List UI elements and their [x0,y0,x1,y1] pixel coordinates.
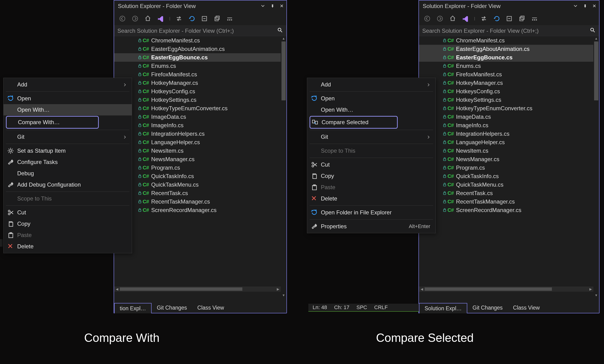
properties-button[interactable] [226,15,234,23]
scroll-right-arrow[interactable]: ▶ [275,287,281,291]
nav-forward-button[interactable] [436,15,444,23]
nav-forward-button[interactable] [131,15,139,23]
scrollbar-thumb-h[interactable] [120,287,242,291]
collapse-all-button[interactable] [200,15,208,23]
menu-open-folder[interactable]: Open Folder in File Explorer [307,207,435,218]
menu-properties[interactable]: Properties Alt+Enter [307,221,435,232]
tab-class-view[interactable]: Class View [192,303,229,313]
file-item[interactable]: C#FirefoxManifest.cs [419,70,599,79]
refresh-button[interactable] [492,15,501,23]
scrollbar-thumb-h[interactable] [425,287,552,291]
horizontal-scrollbar[interactable]: ◀ ▶ [114,287,281,292]
file-item[interactable]: C#EasterEggAboutAnimation.cs [114,45,287,53]
file-item[interactable]: C#IntegrationHelpers.cs [114,130,287,138]
file-item[interactable]: C#QuickTaskMenu.cs [419,181,599,189]
menu-delete[interactable]: Delete [307,193,435,204]
menu-debug[interactable]: Debug [3,168,132,179]
search-input[interactable]: Search Solution Explorer - Folder View (… [419,25,599,36]
file-item[interactable]: C#ImageData.cs [419,113,599,121]
menu-add[interactable]: Add [307,79,435,90]
file-item[interactable]: C#LanguageHelper.cs [419,138,599,146]
file-item[interactable]: C#HotkeyTypeEnumConverter.cs [114,104,287,113]
chevron-down-icon[interactable] [261,4,265,8]
file-item[interactable]: C#EasterEggBounce.cs [419,53,599,62]
scroll-left-arrow[interactable]: ◀ [114,287,120,291]
scroll-down-arrow[interactable]: ▼ [593,293,599,297]
file-item[interactable]: C#ImageInfo.cs [114,121,287,130]
file-item[interactable]: C#ScreenRecordManager.cs [419,206,599,214]
file-item[interactable]: C#HotkeyManager.cs [419,79,599,87]
menu-add[interactable]: Add [3,79,132,90]
file-item[interactable]: C#NewsItem.cs [419,146,599,155]
menu-delete[interactable]: Delete [3,241,132,252]
menu-git[interactable]: Git [3,131,132,143]
switch-views-button[interactable] [157,15,164,23]
home-button[interactable] [144,15,152,23]
menu-open[interactable]: Open [307,93,435,104]
menu-copy[interactable]: Copy [3,218,132,230]
scroll-right-arrow[interactable]: ▶ [588,287,593,291]
menu-copy[interactable]: Copy [307,170,435,182]
panel-titlebar[interactable]: Solution Explorer - Folder View [114,0,287,12]
close-icon[interactable] [280,4,284,8]
tab-class-view[interactable]: Class View [508,303,545,313]
search-icon[interactable] [277,28,284,34]
file-item[interactable]: C#Enums.cs [114,62,287,70]
file-item[interactable]: C#HotkeysConfig.cs [114,87,287,96]
file-item[interactable]: C#ChromeManifest.cs [419,36,599,45]
file-item[interactable]: C#NewsItem.cs [114,146,287,155]
file-item[interactable]: C#ImageInfo.cs [419,121,599,130]
file-item[interactable]: C#HotkeySettings.cs [419,96,599,104]
file-item[interactable]: C#RecentTaskManager.cs [419,197,599,206]
properties-button[interactable] [531,15,539,23]
file-item[interactable]: C#HotkeyManager.cs [114,79,287,87]
show-all-button[interactable] [518,15,526,23]
menu-open-with[interactable]: Open With… [3,104,132,115]
pin-icon[interactable] [583,4,587,8]
pin-icon[interactable] [270,4,275,8]
menu-open[interactable]: Open [3,93,132,104]
scroll-down-arrow[interactable]: ▼ [281,293,287,297]
vertical-scrollbar[interactable]: ▲ ▼ [281,36,287,303]
file-item[interactable]: C#IntegrationHelpers.cs [419,130,599,138]
nav-back-button[interactable] [423,15,431,23]
file-item[interactable]: C#NewsManager.cs [419,155,599,163]
home-button[interactable] [449,15,457,23]
scrollbar-thumb[interactable] [594,41,598,100]
scroll-left-arrow[interactable]: ◀ [419,287,425,291]
refresh-button[interactable] [188,15,196,23]
sync-button[interactable] [480,15,488,23]
file-item[interactable]: C#RecentTask.cs [114,189,287,197]
panel-titlebar[interactable]: Solution Explorer - Folder View [419,0,599,12]
file-item[interactable]: C#Program.cs [114,163,287,172]
file-item[interactable]: C#RecentTask.cs [419,189,599,197]
file-item[interactable]: C#ScreenRecordManager.cs [114,206,287,214]
show-all-button[interactable] [213,15,221,23]
tab-git-changes[interactable]: Git Changes [467,303,508,313]
nav-back-button[interactable] [118,15,126,23]
menu-cut[interactable]: Cut [3,207,132,218]
file-item[interactable]: C#Program.cs [419,163,599,172]
chevron-down-icon[interactable] [574,4,578,8]
file-item[interactable]: C#QuickTaskInfo.cs [114,172,287,181]
file-item[interactable]: C#QuickTaskMenu.cs [114,181,287,189]
menu-compare-selected[interactable]: Compare Selected [310,116,398,129]
menu-cut[interactable]: Cut [307,159,435,170]
search-input[interactable]: Search Solution Explorer - Folder View (… [114,25,287,36]
file-item[interactable]: C#HotkeyTypeEnumConverter.cs [419,104,599,113]
file-item[interactable]: C#QuickTaskInfo.cs [419,172,599,181]
tab-solution-explorer[interactable]: Solution Expl… [419,303,467,313]
menu-configure-tasks[interactable]: Configure Tasks [3,157,132,168]
menu-open-with[interactable]: Open With… [307,104,435,115]
file-item[interactable]: C#NewsManager.cs [114,155,287,163]
tab-solution-explorer[interactable]: tion Expl… [114,303,151,313]
file-item[interactable]: C#ChromeManifest.cs [114,36,287,45]
scroll-up-arrow[interactable]: ▲ [593,36,599,40]
menu-git[interactable]: Git [307,131,435,143]
scrollbar-thumb[interactable] [281,41,286,100]
collapse-all-button[interactable] [505,15,513,23]
file-item[interactable]: C#RecentTaskManager.cs [114,197,287,206]
scroll-up-arrow[interactable]: ▲ [281,36,287,40]
file-item[interactable]: C#EasterEggAboutAnimation.cs [419,45,599,53]
file-item[interactable]: C#FirefoxManifest.cs [114,70,287,79]
